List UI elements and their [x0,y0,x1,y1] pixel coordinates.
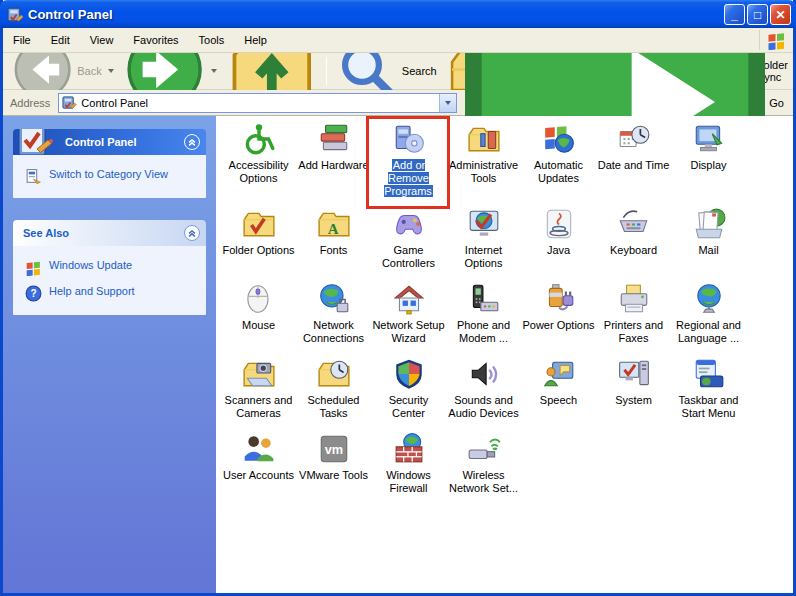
display-icon [692,122,726,156]
system-icon [617,357,651,391]
cpl-item-accessibility[interactable]: Accessibility Options [221,119,296,204]
forward-dropdown-icon[interactable] [211,69,217,73]
security-center-icon [392,357,426,391]
cpl-item-fonts[interactable]: AFonts [296,204,371,279]
item-label: Java [547,244,570,257]
network-setup-wizard-icon [392,282,426,316]
close-button[interactable]: ✕ [770,4,791,25]
address-dropdown-button[interactable] [439,94,456,112]
cpl-item-java[interactable]: Java [521,204,596,279]
cpl-item-date-and-time[interactable]: Date and Time [596,119,671,204]
sidebar-link[interactable]: Windows Update [25,259,200,276]
panel-title: See Also [23,227,69,239]
cpl-item-taskbar-start-menu[interactable]: Taskbar and Start Menu [671,354,746,429]
scanners-and-cameras-icon [242,357,276,391]
collapse-chevron-icon[interactable] [184,134,200,150]
cpl-item-speech[interactable]: Speech [521,354,596,429]
speech-icon [542,357,576,391]
cpl-item-windows-firewall[interactable]: Windows Firewall [371,429,446,504]
windows-flag-icon [25,259,42,276]
menu-item-help[interactable]: Help [234,30,277,50]
menu-item-favorites[interactable]: Favorites [123,30,188,50]
svg-text:vm: vm [324,442,342,457]
sidebar-link[interactable]: ?Help and Support [25,285,200,302]
automatic-updates-icon [542,122,576,156]
cpl-item-automatic-updates[interactable]: Automatic Updates [521,119,596,204]
cpl-item-mail[interactable]: Mail [671,204,746,279]
cpl-item-power-options[interactable]: Power Options [521,279,596,354]
cpl-item-internet-options[interactable]: Internet Options [446,204,521,279]
svg-text:?: ? [30,288,36,299]
back-dropdown-icon[interactable] [108,69,114,73]
toolbar-separator [326,57,327,85]
sidebar-link-label: Windows Update [49,259,132,271]
cpl-item-regional-and-language[interactable]: Regional and Language ... [671,279,746,354]
control-panel-window-icon [7,6,24,23]
minimize-button[interactable]: _ [724,4,745,25]
address-value: Control Panel [81,97,148,109]
cpl-item-add-hardware[interactable]: Add Hardware [296,119,371,204]
vmware-tools-icon: vm [317,432,351,466]
item-label: Printers and Faxes [596,319,671,345]
internet-options-icon [467,207,501,241]
item-label: Network Connections [296,319,371,345]
collapse-chevron-icon[interactable] [184,225,200,241]
item-label: Keyboard [610,244,657,257]
control-panel-window: Control Panel _ □ ✕ FileEditViewFavorite… [0,0,796,596]
windows-firewall-icon [392,432,426,466]
fonts-icon: A [317,207,351,241]
network-connections-icon [317,282,351,316]
mouse-icon [242,282,276,316]
sidebar-link[interactable]: Switch to Category View [25,168,200,185]
windows-flag-icon [759,30,787,50]
item-label: Scanners and Cameras [221,394,296,420]
item-label: Regional and Language ... [671,319,746,345]
cpl-item-printers-and-faxes[interactable]: Printers and Faxes [596,279,671,354]
control-panel-panel: Control Panel Switch to Category View [13,129,206,198]
address-combo[interactable]: Control Panel [58,93,457,113]
cpl-item-game-controllers[interactable]: Game Controllers [371,204,446,279]
cpl-item-network-connections[interactable]: Network Connections [296,279,371,354]
sidebar-link-label: Help and Support [49,285,135,297]
cpl-item-scheduled-tasks[interactable]: Scheduled Tasks [296,354,371,429]
cpl-item-folder-options[interactable]: Folder Options [221,204,296,279]
cpl-item-administrative-tools[interactable]: Administrative Tools [446,119,521,204]
cpl-item-add-remove-programs[interactable]: Add or Remove Programs [371,119,446,204]
cpl-item-keyboard[interactable]: Keyboard [596,204,671,279]
item-label: Automatic Updates [521,159,596,185]
item-label: Security Center [371,394,446,420]
cpl-item-mouse[interactable]: Mouse [221,279,296,354]
item-label: Mouse [242,319,275,332]
cpl-item-vmware-tools[interactable]: vmVMware Tools [296,429,371,504]
help-icon: ? [25,285,42,302]
folder-options-icon [242,207,276,241]
item-label: Date and Time [598,159,670,172]
item-label: Wireless Network Set... [446,469,521,495]
regional-and-language-icon [692,282,726,316]
maximize-button[interactable]: □ [747,4,768,25]
menu-item-file[interactable]: File [3,30,41,50]
cpl-item-user-accounts[interactable]: User Accounts [221,429,296,504]
cpl-item-sounds-and-audio[interactable]: Sounds and Audio Devices [446,354,521,429]
cpl-item-system[interactable]: System [596,354,671,429]
cpl-item-phone-and-modem[interactable]: Phone and Modem ... [446,279,521,354]
item-label: Speech [540,394,577,407]
menu-item-view[interactable]: View [80,30,124,50]
game-controllers-icon [392,207,426,241]
item-label: Administrative Tools [446,159,521,185]
cpl-item-display[interactable]: Display [671,119,746,204]
item-label: User Accounts [223,469,294,482]
cpl-item-network-setup-wizard[interactable]: Network Setup Wizard [371,279,446,354]
item-label: Display [690,159,726,172]
item-label: Network Setup Wizard [371,319,446,345]
window-title: Control Panel [28,7,113,22]
item-label: Game Controllers [371,244,446,270]
cpl-item-scanners-and-cameras[interactable]: Scanners and Cameras [221,354,296,429]
keyboard-icon [617,207,651,241]
menu-item-edit[interactable]: Edit [41,30,80,50]
add-remove-programs-icon [392,122,426,156]
menu-item-tools[interactable]: Tools [189,30,235,50]
cpl-item-security-center[interactable]: Security Center [371,354,446,429]
item-label: Windows Firewall [371,469,446,495]
cpl-item-wireless-network[interactable]: Wireless Network Set... [446,429,521,504]
